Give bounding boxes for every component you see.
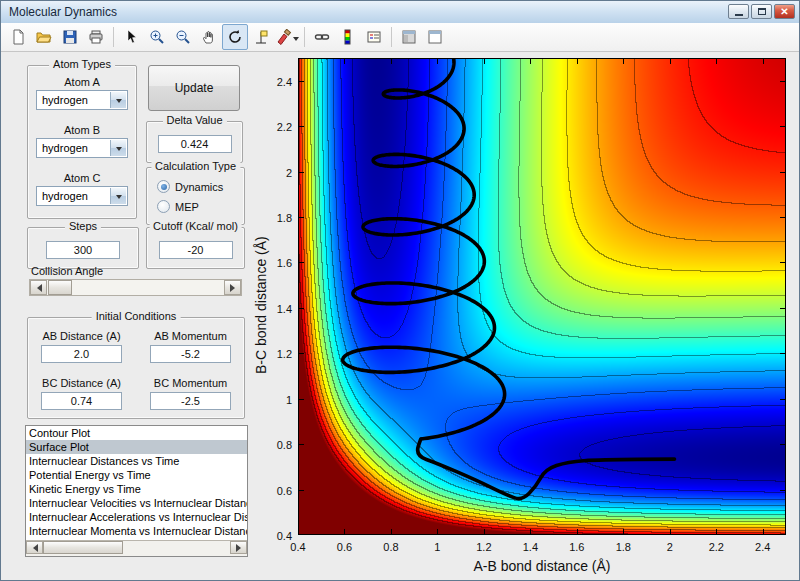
bc-distance-input[interactable]	[41, 392, 121, 410]
slider-thumb[interactable]	[48, 280, 72, 295]
list-item[interactable]: Kinetic Energy vs Time	[26, 482, 247, 496]
x-tick-label: 2.4	[755, 541, 770, 553]
plot-type-listbox[interactable]: Contour PlotSurface PlotInternuclear Dis…	[25, 425, 248, 557]
steps-panel: Steps	[27, 227, 139, 269]
delta-value-input[interactable]	[158, 135, 232, 153]
y-tick-label: 1.4	[258, 302, 292, 314]
y-tick-label: 2	[258, 166, 292, 178]
collision-angle-slider[interactable]	[29, 279, 242, 296]
hide-plot-tools-button[interactable]	[396, 24, 422, 50]
cutoff-input[interactable]	[159, 241, 233, 259]
x-tick-label: 1	[434, 541, 440, 553]
ab-distance-input[interactable]	[41, 345, 121, 363]
minimize-icon	[735, 14, 743, 16]
restore-button[interactable]	[751, 4, 772, 19]
chevron-down-icon	[110, 140, 126, 156]
atom-a-select[interactable]: hydrogen	[36, 90, 128, 110]
chevron-down-icon	[110, 92, 126, 108]
edit-plot-icon	[123, 29, 139, 45]
new-figure-icon	[10, 29, 26, 45]
radio-unselected-icon	[157, 200, 170, 213]
show-plot-tools-icon	[427, 29, 443, 45]
rotate-3d-icon	[227, 29, 243, 45]
steps-title: Steps	[65, 220, 101, 232]
window-title: Molecular Dynamics	[1, 5, 117, 19]
show-plot-tools-button[interactable]	[422, 24, 448, 50]
edit-plot-button[interactable]	[118, 24, 144, 50]
brush-data-icon	[276, 29, 292, 45]
cutoff-title: Cutoff (Kcal/ mol)	[149, 220, 242, 232]
x-tick-label: 0.6	[337, 541, 352, 553]
atom-types-panel: Atom Types Atom AhydrogenAtom BhydrogenA…	[27, 65, 137, 219]
atom-b-select[interactable]: hydrogen	[36, 138, 128, 158]
contour-plot-canvas[interactable]	[298, 58, 786, 535]
restore-icon	[758, 8, 766, 15]
scrollbar-thumb[interactable]	[43, 541, 123, 554]
list-item[interactable]: Contour Plot	[26, 426, 247, 440]
save-figure-button[interactable]	[57, 24, 83, 50]
list-item[interactable]: Internuclear Distances vs Time	[26, 454, 247, 468]
bc-momentum-input[interactable]	[150, 392, 230, 410]
list-item[interactable]: Internuclear Momenta vs Internuclear Dis…	[26, 524, 247, 538]
listbox-horizontal-scrollbar[interactable]	[26, 540, 247, 556]
update-button[interactable]: Update	[148, 65, 240, 111]
rotate-3d-button[interactable]	[222, 24, 248, 50]
collision-angle-label: Collision Angle	[31, 265, 103, 277]
x-tick-label: 2	[667, 541, 673, 553]
calculation-type-title: Calculation Type	[151, 160, 240, 172]
dynamics-radio[interactable]: Dynamics	[157, 180, 223, 193]
brush-data-button[interactable]	[274, 24, 300, 50]
new-figure-button[interactable]	[5, 24, 31, 50]
scrollbar-left-arrow-button[interactable]	[26, 541, 43, 554]
initial-conditions-title: Initial Conditions	[92, 310, 181, 322]
plot-type-items: Contour PlotSurface PlotInternuclear Dis…	[26, 426, 247, 538]
arrow-left-icon	[33, 284, 42, 292]
insert-legend-button[interactable]	[361, 24, 387, 50]
list-item[interactable]: Potential Energy vs Time	[26, 468, 247, 482]
atom-c-label: Atom C	[36, 172, 128, 184]
title-bar[interactable]: Molecular Dynamics ✕	[1, 1, 799, 24]
ab-momentum-input[interactable]	[150, 345, 230, 363]
cutoff-panel: Cutoff (Kcal/ mol)	[146, 227, 245, 269]
y-tick-label: 1.8	[258, 212, 292, 224]
atom-c-select[interactable]: hydrogen	[36, 186, 128, 206]
scrollbar-right-arrow-button[interactable]	[230, 541, 247, 554]
print-figure-icon	[88, 29, 104, 45]
data-cursor-button[interactable]	[248, 24, 274, 50]
slider-left-arrow-button[interactable]	[30, 280, 47, 295]
atom-b-field: Atom Bhydrogen	[36, 124, 128, 158]
bc-momentum-field: BC Momentum	[147, 377, 234, 410]
atom-a-label: Atom A	[36, 76, 128, 88]
atom-a-value: hydrogen	[42, 94, 88, 106]
slider-right-arrow-button[interactable]	[224, 280, 241, 295]
atom-type-fields: Atom AhydrogenAtom BhydrogenAtom Chydrog…	[36, 76, 128, 206]
pan-icon	[201, 29, 217, 45]
link-plot-button[interactable]	[309, 24, 335, 50]
x-tick-label: 1.6	[569, 541, 584, 553]
insert-colorbar-button[interactable]	[335, 24, 361, 50]
list-item[interactable]: Internuclear Velocities vs Internuclear …	[26, 496, 247, 510]
contour-plot-area: A-B bond distance (Å) B-C bond distance …	[298, 58, 786, 535]
zoom-out-button[interactable]	[170, 24, 196, 50]
y-tick-label: 0.6	[258, 484, 292, 496]
arrow-right-icon	[230, 284, 239, 292]
open-file-button[interactable]	[31, 24, 57, 50]
close-button[interactable]: ✕	[774, 4, 795, 19]
ab-distance-label: AB Distance (A)	[38, 330, 125, 342]
list-item[interactable]: Surface Plot	[26, 440, 247, 454]
y-tick-label: 1	[258, 393, 292, 405]
arrow-right-icon	[236, 544, 245, 552]
atom-c-value: hydrogen	[42, 190, 88, 202]
steps-input[interactable]	[46, 241, 120, 259]
minimize-button[interactable]	[728, 4, 749, 19]
pan-button[interactable]	[196, 24, 222, 50]
mep-radio[interactable]: MEP	[157, 200, 223, 213]
print-figure-button[interactable]	[83, 24, 109, 50]
app-window: Molecular Dynamics ✕ Atom Types Atom Ahy…	[0, 0, 800, 581]
dropdown-caret-icon	[293, 37, 299, 44]
list-item[interactable]: Internuclear Accelerations vs Internucle…	[26, 510, 247, 524]
bc-distance-field: BC Distance (A)	[38, 377, 125, 410]
zoom-in-button[interactable]	[144, 24, 170, 50]
open-file-icon	[36, 29, 52, 45]
x-tick-label: 1.2	[476, 541, 491, 553]
